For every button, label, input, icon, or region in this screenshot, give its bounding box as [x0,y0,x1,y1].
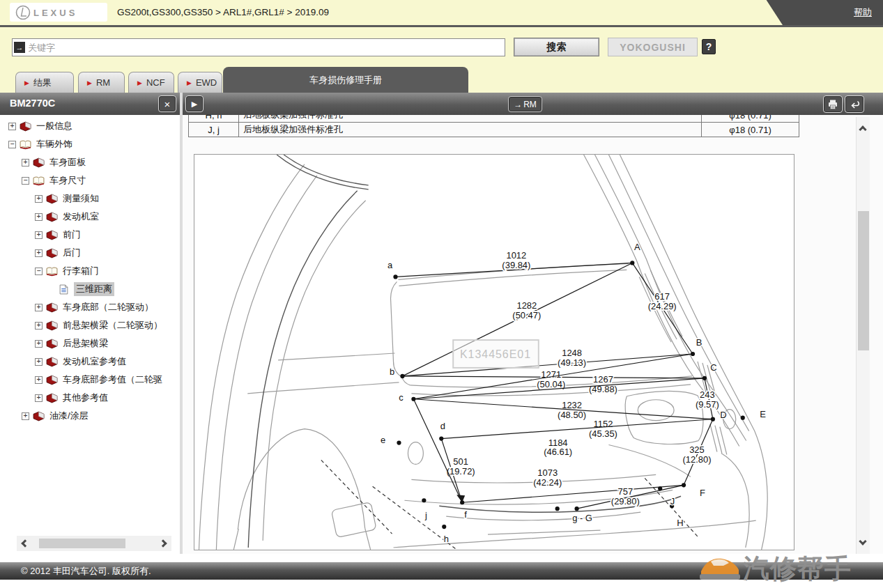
tree-item[interactable]: +后门 [0,244,180,262]
tree-item[interactable]: +前门 [0,226,180,244]
measurement-in: (9.57) [696,399,719,410]
measurement-mm: 1184 [548,438,568,448]
expand-plus-icon[interactable]: + [35,249,43,257]
table-cell-key: H, h [189,115,239,123]
expand-plus-icon[interactable]: + [35,358,43,366]
measurement-point-label: E [760,409,766,419]
expand-plus-icon[interactable]: + [35,376,43,384]
print-icon[interactable] [823,95,843,113]
collapse-minus-icon[interactable]: − [8,141,16,148]
tree-item-label[interactable]: 油漆/涂层 [47,409,91,423]
tree-item[interactable]: +其他参考值 [0,389,180,407]
tree-item-label[interactable]: 发动机室 [61,210,101,224]
expand-plus-icon[interactable]: + [35,231,43,239]
book-open-icon [46,266,58,277]
question-help-icon[interactable]: ? [702,39,716,54]
watermark-text: 汽修帮手 [743,549,852,588]
tree-item-label[interactable]: 发动机室参考值 [61,355,128,369]
measurement-point-label: J [670,496,675,506]
content-vertical-scrollbar[interactable] [856,117,870,554]
car-rear-diagram-svg: 1012(39.84)1282(50.47)617(24.29)1248(49.… [194,155,794,550]
book-closed-icon [46,212,58,222]
sidebar-horizontal-scrollbar[interactable] [17,536,171,551]
scrollbar-thumb[interactable] [39,539,125,548]
expand-plus-icon[interactable]: + [35,195,43,203]
search-box[interactable]: → [12,38,505,56]
breadcrumb: GS200t,GS300,GS350 > ARL1#,GRL1# > 2019.… [117,7,329,17]
tree-item[interactable]: +发动机室参考值 [0,353,180,371]
search-button[interactable]: 搜索 [514,38,599,56]
collapse-minus-icon[interactable]: − [35,268,43,275]
tree-item-label[interactable]: 前悬架横梁（二轮驱动） [61,318,164,332]
tree-item-label[interactable]: 行李箱门 [61,264,101,278]
tree-item-label[interactable]: 前门 [61,228,83,242]
tree-item[interactable]: +一般信息 [0,117,180,135]
document-code: BM2770C [10,98,55,109]
measurement-point-label: A [634,242,640,252]
tree-item-label[interactable]: 车身底部参考值（二轮驱 [61,373,164,387]
help-link[interactable]: 帮助 [854,6,872,19]
input-go-icon[interactable]: → [14,42,25,53]
doc-icon [59,284,71,295]
table-cell-desc: 后地板纵梁加强件标准孔 [239,123,702,137]
measurement-mm: 1073 [537,467,558,478]
tree-item-label[interactable]: 三维距离 [74,282,114,296]
expand-plus-icon[interactable]: + [22,412,29,420]
search-input[interactable] [25,40,505,55]
tree-item[interactable]: −车身尺寸 [0,171,180,189]
tree-item[interactable]: +后悬架横梁 [0,334,180,353]
tree-item-label[interactable]: 车辆外饰 [34,137,75,151]
scroll-up-icon[interactable] [859,125,866,133]
collapse-minus-icon[interactable]: − [22,177,29,185]
watermark-car-icon [697,553,743,584]
close-icon[interactable]: × [158,95,176,112]
tree-item-label[interactable]: 车身底部（二轮驱动） [61,300,155,314]
scroll-right-icon[interactable] [159,539,167,547]
tree-item-label[interactable]: 其他参考值 [61,391,110,405]
tree-item[interactable]: +发动机室 [0,208,180,226]
tree-item[interactable]: −行李箱门 [0,262,180,280]
expand-plus-icon[interactable]: + [22,159,29,167]
measurement-in: (48.50) [558,410,586,420]
tree-item[interactable]: 三维距离 [0,280,180,298]
tab-ewd[interactable]: ▶ EWD [178,72,222,93]
tab-ncf[interactable]: ▶ NCF [128,72,174,93]
expand-plus-icon[interactable]: + [35,394,43,402]
tree-item-label[interactable]: 一般信息 [34,119,75,133]
tree-item[interactable]: +车身面板 [0,153,180,171]
book-closed-icon [46,194,58,204]
tree-item[interactable]: +车身底部参考值（二轮驱 [0,371,180,389]
yokogushi-button[interactable]: YOKOGUSHI [608,38,698,56]
expand-plus-icon[interactable]: + [35,304,43,311]
measurement-lines: 1012(39.84)1282(50.47)617(24.29)1248(49.… [381,242,766,545]
measurement-mm: 1232 [562,400,582,410]
tree-item-label[interactable]: 后悬架横梁 [61,336,110,350]
measurement-in: (29.80) [611,496,640,506]
tab-rm[interactable]: ▶ RM [78,72,125,93]
tab-results[interactable]: ▶ 结果 [15,72,74,93]
measurement-point-label: h [444,534,449,544]
expand-panel-icon[interactable]: ▶ [185,95,204,112]
rm-link-button[interactable]: → RM [508,96,542,112]
tree-item-label[interactable]: 后门 [61,246,83,260]
tree-item-label[interactable]: 车身尺寸 [47,173,88,187]
scroll-left-icon[interactable] [21,539,29,547]
tab-bar: ▶ 结果 ▶ RM ▶ NCF ▶ EWD 车身损伤修理手册 [0,70,883,93]
expand-plus-icon[interactable]: + [35,213,43,221]
tree-item[interactable]: +前悬架横梁（二轮驱动） [0,316,180,334]
tree-item[interactable]: +车身底部（二轮驱动） [0,298,180,316]
scroll-down-icon[interactable] [859,537,866,545]
measurement-mm: 1267 [593,374,613,385]
return-icon[interactable] [845,95,864,113]
tree-item-label[interactable]: 测量须知 [61,192,101,206]
expand-plus-icon[interactable]: + [8,123,16,130]
tree-item-label[interactable]: 车身面板 [47,155,88,169]
scrollbar-thumb[interactable] [858,211,869,350]
lexus-logo-icon: LEXUS [15,5,100,20]
tree-item[interactable]: −车辆外饰 [0,135,180,153]
expand-plus-icon[interactable]: + [35,322,43,330]
tab-body-repair-manual-active[interactable]: 车身损伤修理手册 [223,67,468,93]
tree-item[interactable]: +测量须知 [0,189,180,208]
tree-item[interactable]: +油漆/涂层 [0,407,180,425]
expand-plus-icon[interactable]: + [35,340,43,348]
